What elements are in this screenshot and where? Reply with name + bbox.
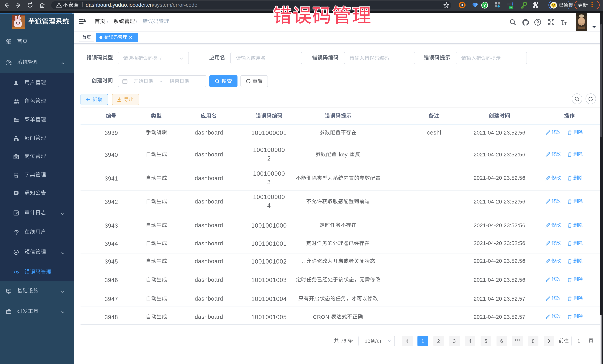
svg-text:on: on (510, 6, 512, 9)
